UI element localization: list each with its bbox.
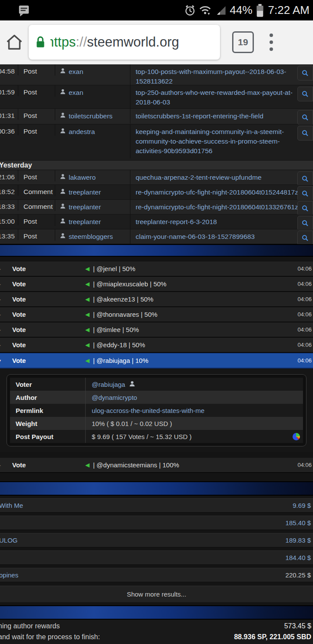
footer-line2-value: 88.936 SP, 221.005 SBD (234, 633, 311, 641)
cellular-signal-icon (215, 5, 227, 16)
row-time: 13:35 (0, 229, 18, 240)
browser-toolbar: https://steemworld.org 19 (0, 20, 313, 64)
upvote-triangle-icon: ◀ (85, 296, 90, 302)
result-payout: 220.25 $ (286, 571, 311, 579)
table-row[interactable]: 00:36 Post andestra keeping-and-maintain… (0, 124, 313, 161)
detail-row-weight: Weight 10% ( $ 0.01 / ~ 0.02 USD ) (10, 417, 303, 430)
result-row[interactable]: 184.40 $ (0, 550, 313, 565)
author-link[interactable]: @dynamicrypto (92, 394, 137, 401)
voter-link[interactable]: @rabiujaga (92, 381, 125, 388)
weight-value: 10% ( $ 0.01 / ~ 0.02 USD ) (92, 420, 172, 427)
table-row[interactable]: 18:33 Comment treeplanter re-dynamicrypt… (0, 200, 313, 215)
author-link[interactable]: steembloggers (69, 233, 113, 241)
author-link[interactable]: treeplanter (69, 188, 101, 196)
vote-row[interactable]: ▸ Vote ◀ | @miaplexuscaleb | 50% 04:06 (0, 277, 313, 292)
table-row[interactable]: 21:06 Post lakawero quechua-arpenaz-2-te… (0, 170, 313, 185)
table-row[interactable]: 01:31 Post toiletscrubbers toiletscrubbe… (0, 109, 313, 124)
row-time: 00:36 (0, 124, 18, 135)
vote-type-label: Vote (12, 461, 85, 469)
row-type: Post (18, 85, 55, 96)
upvote-triangle-icon: ◀ (85, 357, 90, 364)
footer-status: ning author rewards 573.45 $ and wait fo… (0, 620, 313, 644)
author-link[interactable]: andestra (69, 128, 95, 136)
detail-label: Post Payout (10, 433, 85, 440)
permlink-link[interactable]: top-250-authors-who-were-rewarded-max-pa… (130, 85, 297, 110)
vote-target: | @thonnavares | 50% (93, 311, 297, 318)
result-row[interactable]: opines 220.25 $ (0, 568, 313, 582)
author-link[interactable]: lakawero (69, 174, 96, 181)
vote-time: 04:06 (297, 281, 312, 287)
person-icon (60, 218, 66, 226)
row-type: Post (18, 215, 55, 225)
search-button[interactable] (297, 231, 313, 245)
permlink-link[interactable]: ulog-accross-the-united-states-with-me (92, 407, 204, 414)
battery-icon (255, 3, 265, 17)
search-button[interactable] (297, 216, 313, 231)
vote-row[interactable]: ▸ Vote ◀ | @jenel | 50% 04:06 (0, 262, 313, 277)
vote-target: | @rabiujaga | 10% (93, 357, 297, 364)
table-row[interactable]: 04:58 Post exan top-100-posts-with-maxim… (0, 64, 313, 85)
vote-row[interactable]: ▸ Vote ◀ | @eddy-18 | 50% 04:06 (0, 338, 313, 353)
result-row[interactable]: ULOG 189.83 $ (0, 533, 313, 547)
section-divider-bar (0, 244, 313, 257)
address-bar[interactable]: https://steemworld.org (29, 25, 220, 60)
search-button[interactable] (297, 87, 313, 101)
result-payout: 189.83 $ (286, 537, 311, 544)
alarm-icon (184, 4, 196, 17)
table-row[interactable]: 13:35 Post steembloggers claim-your-name… (0, 229, 313, 244)
search-button[interactable] (297, 126, 313, 141)
row-time: 15:00 (0, 215, 18, 225)
section-divider-bar (0, 481, 313, 496)
permlink-link[interactable]: re-dynamicrypto-ufc-fight-night-20180604… (130, 200, 297, 215)
upvote-triangle-icon: ◀ (85, 311, 90, 318)
author-link[interactable]: exan (69, 68, 83, 76)
author-link[interactable]: toiletscrubbers (69, 112, 113, 120)
author-link[interactable]: exan (69, 89, 83, 97)
result-row[interactable]: With Me 9.69 $ (0, 498, 313, 513)
home-button[interactable] (0, 32, 29, 52)
vote-time: 04:06 (297, 265, 312, 272)
vote-row[interactable]: ▸ Vote ◀ | @akeenze13 | 50% 04:06 (0, 292, 313, 307)
detail-label: Author (10, 394, 85, 401)
vote-row[interactable]: ▸ Vote ◀ | @thonnavares | 50% 04:06 (0, 307, 313, 322)
message-notification-icon (17, 4, 30, 17)
vote-type-label: Vote (12, 295, 85, 303)
permlink-link[interactable]: keeping-and-maintaining-community-in-a-s… (130, 124, 297, 158)
permlink-link[interactable]: claim-your-name-06-03-18-1527899683 (130, 229, 297, 244)
permlink-link[interactable]: quechua-arpenaz-2-tent-review-upfundme (130, 170, 297, 185)
result-title: With Me (0, 502, 23, 509)
author-link[interactable]: treeplanter (69, 203, 101, 211)
wifi-icon (199, 4, 213, 17)
vote-row-selected[interactable]: ▾ Vote ◀ | @rabiujaga | 10% 04:06 (0, 353, 313, 369)
vote-time: 04:06 (297, 462, 312, 468)
secure-lock-icon (35, 36, 46, 49)
vote-row[interactable]: ▸ Vote ◀ | @dynamicsteemians | 100% 04:0… (0, 458, 313, 473)
row-time: 18:52 (0, 185, 18, 196)
person-icon (60, 173, 66, 181)
table-row[interactable]: 18:52 Comment treeplanter re-dynamicrypt… (0, 185, 313, 200)
search-button[interactable] (297, 186, 313, 201)
search-button[interactable] (297, 171, 313, 186)
author-link[interactable]: treeplanter (69, 218, 101, 226)
person-icon[interactable] (129, 380, 136, 389)
search-button[interactable] (297, 66, 313, 80)
person-icon (60, 232, 66, 241)
table-row[interactable]: 01:59 Post exan top-250-authors-who-were… (0, 85, 313, 109)
chevron-right-icon: ▸ (0, 312, 3, 318)
browser-menu-button[interactable] (270, 34, 273, 51)
permlink-link[interactable]: re-dynamicrypto-ufc-fight-night-20180604… (130, 185, 297, 200)
row-type: Post (18, 64, 55, 75)
show-more-results-button[interactable]: Show more results... (0, 586, 313, 602)
vote-time: 04:06 (297, 342, 312, 348)
tab-switcher-button[interactable]: 19 (232, 31, 254, 53)
permlink-link[interactable]: toiletscrubbers-1st-report-entering-the-… (130, 109, 297, 124)
result-row[interactable]: 185.40 $ (0, 516, 313, 530)
table-row[interactable]: 15:00 Post treeplanter treeplanter-repor… (0, 215, 313, 229)
permlink-link[interactable]: treeplanter-report-6-3-2018 (130, 215, 297, 229)
search-button[interactable] (297, 110, 313, 125)
row-type: Post (18, 109, 55, 120)
vote-row[interactable]: ▸ Vote ◀ | @timlee | 50% 04:06 (0, 322, 313, 338)
search-button[interactable] (297, 201, 313, 216)
pie-chart-icon[interactable] (293, 433, 300, 440)
vote-type-label: Vote (12, 280, 85, 288)
